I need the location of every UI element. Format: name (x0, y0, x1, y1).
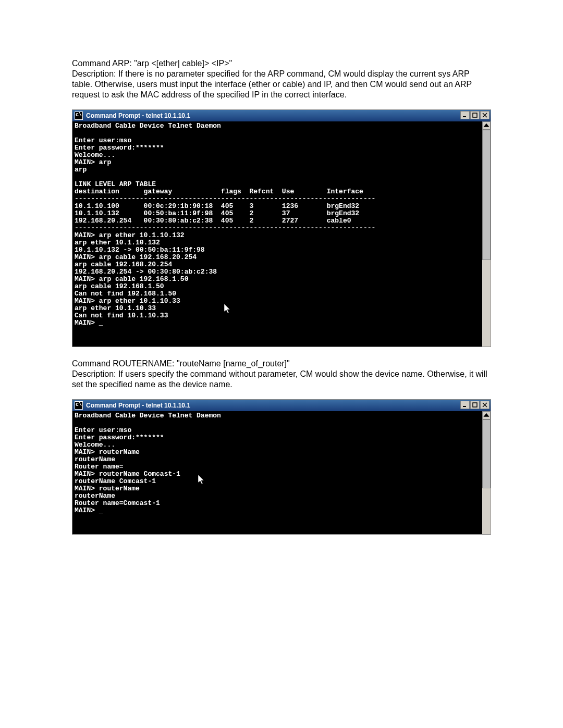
scroll-up-icon[interactable] (482, 411, 491, 419)
terminal-window-arp: c\ Command Prompt - telnet 10.1.10.1 Bro… (72, 109, 491, 347)
scroll-track[interactable] (482, 419, 491, 534)
terminal-body-wrap: Broadband Cable Device Telnet Daemon Ent… (72, 411, 491, 534)
window-title: Command Prompt - telnet 10.1.10.1 (86, 402, 190, 410)
mouse-cursor-icon (224, 304, 231, 314)
scroll-thumb[interactable] (482, 130, 491, 260)
cmd-icon: c\ (75, 112, 83, 120)
svg-marker-4 (483, 124, 489, 127)
scroll-track[interactable] (482, 130, 491, 347)
routername-command-title: Command ROUTERNAME: "routeName [name_of_… (72, 359, 491, 369)
svg-rect-6 (473, 403, 477, 407)
window-title: Command Prompt - telnet 10.1.10.1 (86, 112, 190, 120)
mouse-cursor-icon (198, 475, 205, 485)
arp-command-title: Command ARP: "arp <[ether| cable]> <IP>" (72, 58, 491, 69)
cmd-icon: c\ (75, 401, 83, 410)
terminal-window-routername: c\ Command Prompt - telnet 10.1.10.1 Bro… (72, 399, 491, 535)
arp-command-description: Description: If there is no parameter sp… (72, 69, 491, 100)
svg-rect-1 (473, 113, 477, 117)
close-button[interactable] (480, 111, 489, 119)
window-titlebar: c\ Command Prompt - telnet 10.1.10.1 (72, 400, 491, 411)
maximize-button[interactable] (470, 401, 480, 409)
window-titlebar: c\ Command Prompt - telnet 10.1.10.1 (72, 110, 491, 121)
document-page: Command ARP: "arp <[ether| cable]> <IP>"… (0, 0, 563, 567)
maximize-button[interactable] (470, 111, 480, 119)
terminal-output-arp[interactable]: Broadband Cable Device Telnet Daemon Ent… (72, 121, 482, 347)
section-routername-description: Command ROUTERNAME: "routeName [name_of_… (72, 359, 491, 390)
minimize-button[interactable] (460, 111, 470, 119)
terminal-output-routername[interactable]: Broadband Cable Device Telnet Daemon Ent… (72, 411, 482, 534)
scroll-thumb[interactable] (482, 419, 491, 488)
minimize-button[interactable] (460, 401, 470, 409)
window-buttons (460, 111, 489, 119)
vertical-scrollbar[interactable] (482, 121, 491, 347)
terminal-body-wrap: Broadband Cable Device Telnet Daemon Ent… (72, 121, 491, 347)
window-buttons (460, 401, 489, 409)
svg-rect-5 (463, 406, 466, 407)
vertical-scrollbar[interactable] (482, 411, 491, 534)
svg-rect-0 (463, 116, 466, 117)
routername-command-description: Description: If users specify the comman… (72, 369, 491, 390)
section-arp-description: Command ARP: "arp <[ether| cable]> <IP>"… (72, 58, 491, 100)
svg-marker-9 (483, 413, 489, 417)
scroll-up-icon[interactable] (482, 121, 491, 130)
close-button[interactable] (480, 401, 489, 409)
